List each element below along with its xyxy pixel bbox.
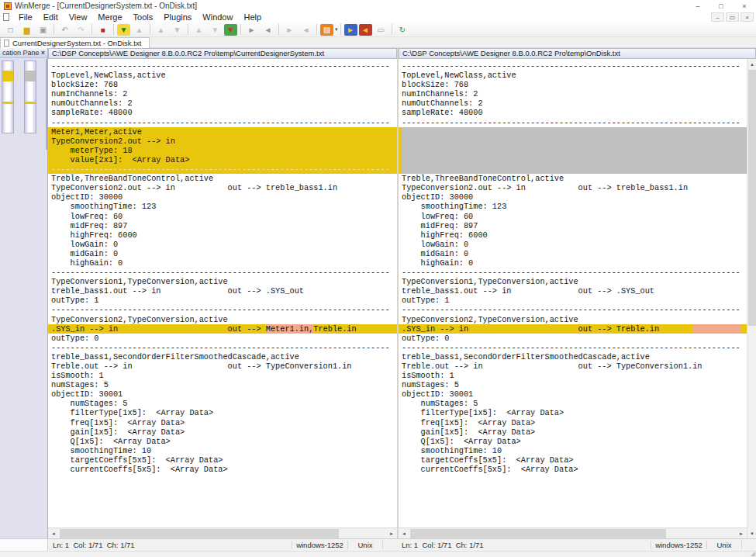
code-line: numStages: 5	[48, 380, 397, 389]
next-difference-icon: ▼	[120, 26, 128, 34]
maximize-button[interactable]: □	[709, 0, 733, 12]
code-line: meterType: 18	[48, 146, 397, 155]
options-icon: ■	[100, 26, 105, 34]
scroll-left-icon[interactable]: ◄	[48, 528, 59, 538]
new-button[interactable]: □	[3, 23, 18, 36]
right-file-path-header: C:\DSP Concepts\AWE Designer 8.B.0.0.RC2…	[399, 48, 756, 59]
code-line: midFreq: 897	[399, 221, 747, 230]
save-button[interactable]: ▣	[36, 23, 50, 36]
word-diff-highlight: Meter1.in,	[266, 324, 314, 334]
first-difference-button[interactable]: ▲	[154, 23, 168, 36]
scroll-left-icon[interactable]: ◄	[399, 528, 409, 538]
menu-edit[interactable]: Edit	[38, 12, 64, 22]
toolbar-separator	[316, 24, 317, 35]
menu-view[interactable]: View	[64, 12, 93, 22]
first-difference-icon: ▲	[157, 26, 165, 34]
menu-plugins[interactable]: Plugins	[158, 12, 197, 22]
location-pane-titlebar: cation Pane ×	[0, 48, 47, 58]
scrollbar-thumb[interactable]	[410, 529, 666, 538]
save-icon: ▣	[40, 26, 47, 34]
scrollbar-thumb[interactable]	[60, 529, 339, 538]
code-line: isSmooth: 1	[48, 371, 397, 380]
undo-button[interactable]: ↶	[57, 23, 72, 36]
mdi-minimize-button[interactable]: –	[711, 12, 724, 22]
code-line: TopLevel,NewClass,active	[399, 71, 747, 80]
code-line: TypeConversion2.out --> in	[48, 137, 397, 146]
last-difference-button[interactable]: ▼	[170, 23, 185, 36]
code-line: TypeConversion1,TypeConversion,active	[399, 277, 747, 286]
compare-method-button[interactable]: ▭	[374, 23, 388, 36]
copy-left-and-advance-button[interactable]: ◄	[299, 23, 313, 36]
copy-all-left-button[interactable]: ◄	[359, 24, 372, 36]
scroll-up-icon[interactable]: ▲	[747, 59, 756, 69]
current-difference-button[interactable]: ▼	[224, 24, 237, 36]
menu-window[interactable]: Window	[197, 12, 238, 22]
menu-merge[interactable]: Merge	[92, 12, 127, 22]
location-bar-right[interactable]	[24, 61, 36, 133]
left-file-content[interactable]: ----------------------------------------…	[48, 59, 397, 528]
code-line: filterType[1x5]: <Array Data>	[399, 408, 747, 417]
location-bar-left[interactable]	[2, 61, 14, 133]
vertical-scrollbar[interactable]: ▲ ▼	[747, 59, 756, 538]
code-line: numStages: 5	[399, 399, 747, 408]
chevron-down-icon[interactable]: ▾	[335, 26, 338, 33]
redo-button[interactable]: ↷	[74, 23, 88, 36]
menu-tools[interactable]: Tools	[128, 12, 159, 22]
location-pane: cation Pane ×	[0, 48, 48, 538]
previous-inline-difference-button[interactable]: ▲	[192, 23, 206, 36]
code-line: numInChannels: 2	[399, 89, 747, 99]
previous-difference-button[interactable]: ▲	[132, 23, 147, 36]
refresh-button[interactable]: ↻	[395, 23, 410, 36]
code-line: targetCoeffs[5x5]: <Array Data>	[399, 455, 747, 465]
next-inline-difference-button[interactable]: ▼	[208, 23, 223, 36]
compare-method-icon: ▭	[377, 26, 384, 34]
copy-all-right-button[interactable]: ►	[344, 24, 357, 36]
code-line: ----------------------------------------…	[399, 118, 747, 127]
scroll-down-icon[interactable]: ▼	[747, 528, 756, 538]
scroll-right-icon[interactable]: ►	[736, 528, 747, 538]
mdi-restore-button[interactable]: ▭	[726, 12, 739, 22]
auto-merge-button[interactable]: ▨	[320, 24, 333, 36]
close-button[interactable]: ×	[733, 0, 756, 12]
toolbar-separator	[392, 24, 392, 35]
next-inline-difference-icon: ▼	[212, 26, 219, 34]
copy-left-button[interactable]: ◄	[261, 23, 275, 36]
copy-right-and-advance-button[interactable]: ►	[282, 23, 297, 36]
tab-compare[interactable]: CurrentDesignerSystem.txt - OnDisk.txt	[0, 37, 150, 48]
close-icon[interactable]: ×	[41, 49, 45, 57]
previous-inline-difference-icon: ▲	[195, 26, 203, 34]
code-line: TypeConversion1,TypeConversion,active	[48, 277, 397, 286]
code-line: Treble,ThreeBandToneControl,active	[399, 174, 747, 183]
code-line: ----------------------------------------…	[399, 61, 747, 71]
scroll-right-icon[interactable]: ►	[386, 528, 397, 538]
left-horizontal-scrollbar[interactable]: ◄ ►	[48, 528, 397, 538]
code-line: TypeConversion2,TypeConversion,active	[48, 315, 397, 324]
window-controls: – □ ×	[686, 0, 756, 12]
code-line: treble_bass1,SecondOrderFilterSmoothedCa…	[48, 352, 397, 362]
menu-help[interactable]: Help	[238, 12, 267, 22]
code-line: ----------------------------------------…	[48, 268, 397, 277]
code-line: objectID: 30000	[399, 192, 747, 202]
code-line: smoothingTime: 123	[399, 202, 747, 211]
code-line: highGain: 0	[48, 258, 397, 268]
menu-file[interactable]: File	[13, 12, 38, 22]
options-button[interactable]: ■	[95, 23, 110, 36]
right-horizontal-scrollbar[interactable]: ◄ ►	[399, 528, 747, 538]
mdi-close-button[interactable]: ×	[740, 12, 754, 22]
location-map[interactable]	[0, 58, 47, 538]
code-line	[399, 155, 747, 164]
diff-marker	[2, 71, 13, 81]
next-difference-button[interactable]: ▼	[117, 24, 130, 36]
scrollbar-thumb[interactable]	[748, 70, 756, 326]
winmerge-window: WinMerge - [CurrentDesignerSystem.txt - …	[0, 0, 756, 557]
left-file-path-header: C:\DSP Concepts\AWE Designer 8.B.0.0.RC2…	[48, 48, 397, 59]
minimize-button[interactable]: –	[686, 0, 709, 12]
code-line: objectID: 30001	[399, 389, 747, 399]
right-file-content[interactable]: ----------------------------------------…	[399, 59, 747, 528]
open-button[interactable]: ▆	[19, 23, 34, 36]
toolbar-separator	[188, 24, 188, 35]
copy-right-button[interactable]: ►	[244, 23, 259, 36]
undo-icon: ↶	[61, 26, 67, 34]
location-pane-title: cation Pane	[2, 49, 40, 57]
refresh-icon: ↻	[399, 26, 406, 34]
